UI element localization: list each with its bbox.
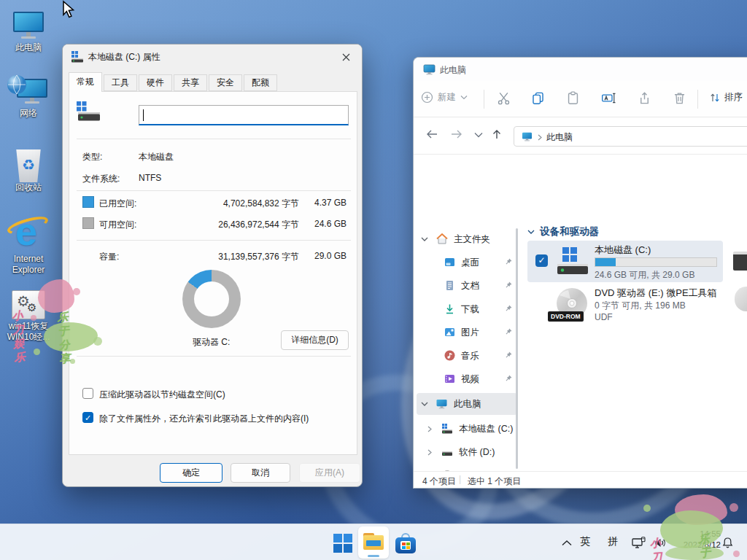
tab-sharing[interactable]: 共享 bbox=[174, 74, 207, 91]
copy-button[interactable] bbox=[531, 91, 545, 105]
tray-chevron-up-icon[interactable] bbox=[562, 540, 572, 546]
chevron-right-icon[interactable] bbox=[427, 449, 432, 456]
sort-button[interactable]: 排序 bbox=[709, 91, 743, 104]
sidebar-item-pictures[interactable]: 图片 bbox=[417, 322, 517, 343]
type-value: 本地磁盘 bbox=[139, 151, 174, 163]
chevron-down-icon[interactable] bbox=[421, 402, 428, 407]
free-space-bytes: 26,436,972,544 字节 bbox=[193, 219, 299, 231]
share-button[interactable] bbox=[638, 91, 651, 105]
pin-icon bbox=[504, 281, 513, 289]
paste-button[interactable] bbox=[566, 91, 580, 105]
taskbar-explorer-button[interactable] bbox=[358, 526, 389, 559]
back-button[interactable] bbox=[425, 128, 438, 140]
tab-security[interactable]: 安全 bbox=[209, 74, 242, 91]
explorer-sidebar: 主文件夹 桌面 文档 下载 图片 音乐 视 bbox=[414, 155, 519, 471]
explorer-toolbar: 新建 排序 bbox=[414, 81, 747, 117]
sort-arrows-icon bbox=[709, 92, 721, 104]
sidebar-item-home[interactable]: 主文件夹 bbox=[417, 228, 517, 250]
breadcrumb[interactable]: 此电脑 bbox=[546, 131, 573, 144]
volume-label-input[interactable] bbox=[139, 105, 349, 125]
notification-bell-icon[interactable] bbox=[721, 537, 734, 549]
tab-quota[interactable]: 配额 bbox=[244, 74, 277, 91]
sidebar-item-music[interactable]: 音乐 bbox=[417, 345, 517, 367]
filesystem-value: NTFS bbox=[139, 173, 161, 183]
desktop-icon-this-pc[interactable]: 此电脑 bbox=[0, 10, 57, 53]
explorer-main: 设备和驱动器 ✓ 本地磁盘 (C:) 24.6 GB 可用, 共 29.0 GB bbox=[519, 155, 747, 489]
tab-general[interactable]: 常规 bbox=[69, 72, 102, 92]
explorer-titlebar[interactable]: 此电脑 bbox=[414, 58, 747, 81]
cut-button[interactable] bbox=[497, 91, 511, 105]
tab-tools[interactable]: 工具 bbox=[104, 74, 137, 91]
store-icon bbox=[395, 533, 416, 553]
desktop-icon-internet-explorer[interactable]: e Internet Explorer bbox=[0, 213, 57, 276]
details-button[interactable]: 详细信息(D) bbox=[281, 330, 349, 350]
index-label: 除了文件属性外，还允许索引此驱动器上文件的内容(I) bbox=[99, 413, 309, 425]
ok-button[interactable]: 确定 bbox=[160, 463, 222, 483]
rename-icon bbox=[601, 91, 616, 105]
explorer-window: 此电脑 新建 排序 bbox=[413, 57, 747, 489]
used-space-size: 4.37 GB bbox=[303, 198, 347, 208]
copy-icon bbox=[531, 91, 545, 105]
compress-label: 压缩此驱动器以节约磁盘空间(C) bbox=[99, 389, 225, 401]
sidebar-item-drive-e[interactable]: DVD 驱动器 (E bbox=[417, 464, 517, 471]
close-icon bbox=[342, 53, 350, 61]
sidebar-item-drive-d[interactable]: 软件 (D:) bbox=[417, 441, 517, 463]
sidebar-item-drive-c[interactable]: 本地磁盘 (C:) bbox=[417, 418, 517, 440]
chevron-down-icon bbox=[460, 95, 468, 100]
desktop-icon-label: 网络 bbox=[0, 108, 57, 119]
recent-chevron-button[interactable] bbox=[474, 132, 483, 138]
new-button[interactable]: 新建 bbox=[421, 91, 468, 104]
desktop-icon-network[interactable]: 网络 bbox=[0, 74, 57, 119]
desktop-icon-label: Internet Explorer bbox=[4, 254, 53, 276]
taskbar: 英 拼 14:55 2022/8/12 bbox=[0, 524, 747, 560]
file-item-partial[interactable] bbox=[733, 252, 747, 271]
capacity-size: 29.0 GB bbox=[303, 251, 347, 261]
this-pc-icon bbox=[522, 132, 533, 141]
dialog-titlebar[interactable]: 本地磁盘 (C:) 属性 bbox=[63, 44, 362, 74]
apply-button[interactable]: 应用(A) bbox=[299, 463, 360, 483]
videos-icon bbox=[444, 373, 455, 384]
chevron-down-icon[interactable] bbox=[527, 230, 535, 235]
ime-mode-button[interactable]: 拼 bbox=[608, 535, 618, 548]
active-app-indicator bbox=[368, 555, 379, 557]
delete-button[interactable] bbox=[673, 91, 686, 105]
ime-language-button[interactable]: 英 bbox=[580, 535, 590, 548]
desktop-folder-icon bbox=[444, 257, 455, 268]
sidebar-item-desktop[interactable]: 桌面 bbox=[417, 252, 517, 273]
file-item-dvd-e[interactable]: DVD-ROM DVD 驱动器 (E:) 微PE工具箱 0 字节 可用, 共 1… bbox=[527, 285, 723, 329]
new-label: 新建 bbox=[438, 91, 456, 104]
sidebar-scrollbar[interactable] bbox=[516, 228, 518, 469]
system-disk-icon bbox=[441, 423, 453, 435]
address-bar[interactable]: 此电脑 bbox=[514, 126, 747, 147]
chevron-down-icon[interactable] bbox=[421, 237, 428, 242]
disk-usage-donut-chart bbox=[182, 270, 241, 328]
desktop: { "desktop_icons": [ { "label": "此电脑" },… bbox=[0, 0, 747, 560]
sidebar-item-documents[interactable]: 文档 bbox=[417, 275, 517, 297]
network-icon[interactable] bbox=[632, 537, 646, 549]
download-icon bbox=[444, 303, 455, 314]
selected-count: 选中 1 个项目 bbox=[468, 475, 521, 488]
pin-icon bbox=[504, 257, 513, 266]
item-checkbox[interactable]: ✓ bbox=[535, 254, 548, 267]
tab-hardware[interactable]: 硬件 bbox=[139, 74, 172, 91]
music-icon bbox=[444, 350, 455, 361]
start-button[interactable] bbox=[330, 530, 356, 556]
up-button[interactable] bbox=[491, 128, 503, 140]
rename-button[interactable] bbox=[601, 91, 616, 105]
taskbar-store-button[interactable] bbox=[392, 530, 419, 556]
section-header[interactable]: 设备和驱动器 bbox=[540, 225, 599, 238]
cancel-button[interactable]: 取消 bbox=[231, 463, 290, 483]
compress-checkbox[interactable] bbox=[82, 388, 93, 399]
sidebar-item-this-pc[interactable]: 此电脑 bbox=[417, 393, 517, 415]
sidebar-item-videos[interactable]: 视频 bbox=[417, 368, 517, 390]
close-button[interactable] bbox=[336, 47, 356, 66]
explorer-navbar: 此电脑 bbox=[414, 118, 747, 155]
forward-button[interactable] bbox=[450, 128, 463, 140]
chevron-right-icon[interactable] bbox=[427, 426, 432, 432]
free-space-size: 24.6 GB bbox=[303, 219, 347, 229]
index-checkbox[interactable]: ✓ bbox=[82, 412, 93, 423]
file-item-drive-c[interactable]: ✓ 本地磁盘 (C:) 24.6 GB 可用, 共 29.0 GB bbox=[527, 241, 723, 282]
sidebar-item-downloads[interactable]: 下载 bbox=[417, 298, 517, 320]
file-item-partial[interactable] bbox=[735, 287, 747, 311]
desktop-icon-recycle-bin[interactable]: ♻ 回收站 bbox=[0, 149, 57, 193]
